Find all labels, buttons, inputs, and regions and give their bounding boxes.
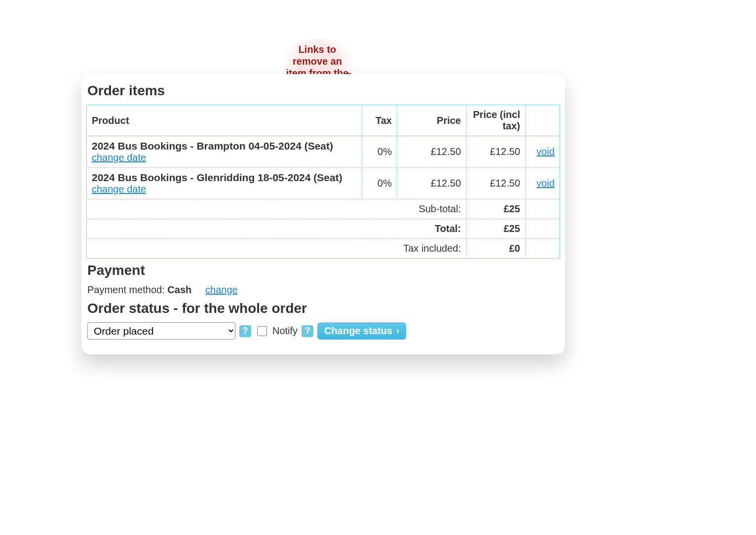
cell-price-incl: £12.50 <box>466 168 526 199</box>
void-link[interactable]: void <box>536 146 555 157</box>
subtotal-label: Sub-total: <box>87 199 466 219</box>
cell-tax: 0% <box>363 136 397 168</box>
table-row: 2024 Bus Bookings - Glenridding 18-05-20… <box>87 168 560 199</box>
change-date-link[interactable]: change date <box>92 152 146 163</box>
cell-price: £12.50 <box>397 136 466 168</box>
change-payment-link[interactable]: change <box>205 284 238 295</box>
product-title: 2024 Bus Bookings - Brampton 04-05-2024 … <box>92 140 357 152</box>
payment-method-label: Payment method: <box>87 284 167 295</box>
payment-method-line: Payment method: Cash change <box>87 284 565 296</box>
order-status-select[interactable]: Order placed <box>87 322 235 340</box>
change-status-label: Change status <box>324 325 392 337</box>
tax-included-value: £0 <box>466 239 526 259</box>
chevron-right-icon: › <box>396 326 399 336</box>
total-value: £25 <box>466 219 526 239</box>
notify-label: Notify <box>272 325 298 337</box>
product-title: 2024 Bus Bookings - Glenridding 18-05-20… <box>92 172 357 184</box>
order-items-table: Product Tax Price Price (incl tax) 2024 … <box>86 105 560 259</box>
col-product: Product <box>87 105 363 136</box>
total-label: Total: <box>87 219 466 239</box>
cell-price-incl: £12.50 <box>466 136 526 168</box>
cell-tax: 0% <box>363 168 397 199</box>
order-panel: Order items Product Tax Price Price (inc… <box>81 74 565 354</box>
order-status-heading: Order status - for the whole order <box>87 301 565 316</box>
total-row: Total: £25 <box>87 219 560 239</box>
void-link[interactable]: void <box>536 178 555 189</box>
payment-heading: Payment <box>87 263 565 278</box>
cell-price: £12.50 <box>397 168 466 199</box>
table-header-row: Product Tax Price Price (incl tax) <box>87 105 560 136</box>
help-icon[interactable]: ? <box>239 325 251 337</box>
notify-checkbox[interactable] <box>257 326 267 336</box>
payment-method-value: Cash <box>167 284 191 295</box>
subtotal-row: Sub-total: £25 <box>87 199 560 219</box>
change-status-button[interactable]: Change status › <box>317 322 406 340</box>
subtotal-value: £25 <box>466 199 526 219</box>
change-date-link[interactable]: change date <box>92 184 146 194</box>
col-void <box>526 105 560 136</box>
col-tax: Tax <box>363 105 397 136</box>
order-items-heading: Order items <box>87 83 565 99</box>
tax-included-label: Tax included: <box>87 239 466 259</box>
tax-included-row: Tax included: £0 <box>87 239 560 259</box>
col-price: Price <box>397 105 466 136</box>
table-row: 2024 Bus Bookings - Brampton 04-05-2024 … <box>87 136 560 168</box>
col-price-incl: Price (incl tax) <box>466 105 526 136</box>
help-icon[interactable]: ? <box>302 325 313 337</box>
